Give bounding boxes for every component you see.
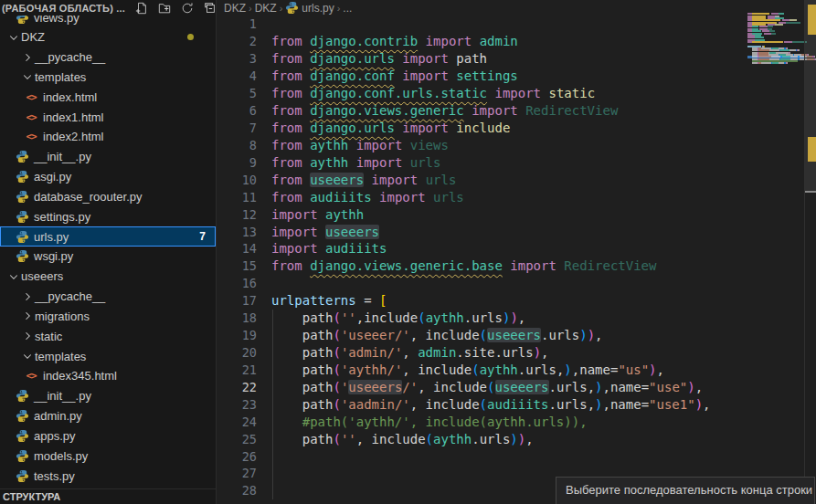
code-line-22[interactable]: 22 path('useeers/', include(useeers.urls… [217,378,816,395]
code-line-20[interactable]: 20 path('admin/', admin.site.urls), [217,344,816,362]
sidebar-item-label: __init__.py [34,150,91,163]
sidebar-item-label: models.py [34,449,88,463]
code-area[interactable]: 12from django.contrib import admin3from … [217,16,816,499]
sidebar-item-label: settings.py [34,210,90,224]
line-content: import useeers [271,225,379,239]
sidebar-item-wsgi-py[interactable]: wsgi.py [0,247,216,267]
sidebar-item-templates[interactable]: templates [0,67,216,87]
code-line-23[interactable]: 23 path('aadmin/', include(audiiits.urls… [217,395,816,413]
eol-tooltip-text: Выберите последовательность конца строки [566,483,812,497]
code-line-15[interactable]: 15from django.views.generic.base import … [217,257,816,275]
sidebar-item-useeers[interactable]: useeers [0,267,216,287]
code-line-14[interactable]: 14import audiiits [217,240,816,257]
sidebar-item-static[interactable]: static [0,326,216,346]
sidebar-item-label: admin.py [34,409,82,423]
sidebar-item-label: static [35,330,62,343]
new-folder-icon[interactable] [157,1,172,16]
code-line-19[interactable]: 19 path('useeer/', include(useeers.urls)… [217,327,816,344]
chevron-down-icon[interactable] [6,30,21,45]
line-number: 5 [217,86,257,100]
chevron-right-icon[interactable] [20,309,35,323]
code-line-7[interactable]: 7from django.urls import include [217,120,816,137]
breadcrumb-item[interactable]: DKZ [255,2,277,15]
line-content: from django.contrib import admin [271,34,518,48]
html-file-icon: <> [24,130,38,144]
line-number: 6 [217,103,257,118]
sidebar-item-models-py[interactable]: models.py [0,446,216,466]
scrollbar-thumb-edge [805,191,816,193]
sidebar-item-label: __pycache__ [35,289,105,303]
chevron-down-icon[interactable] [6,269,21,284]
sidebar-item--init-py[interactable]: __init__.py [0,147,216,167]
chevron-right-icon[interactable] [20,50,35,65]
breadcrumb-item[interactable]: urls.py [285,1,334,15]
code-line-9[interactable]: 9from aythh import urls [217,153,816,171]
code-line-1[interactable]: 1 [217,16,816,33]
code-line-11[interactable]: 11from audiiits import urls [217,188,816,205]
python-file-icon [15,428,29,443]
structure-title: СТРУКТУРА [0,491,60,502]
code-line-6[interactable]: 6from django.views.generic import Redire… [217,102,816,120]
sidebar-item-urls-py[interactable]: urls.py7 [0,226,216,247]
overview-warning-mark [808,137,816,162]
code-line-5[interactable]: 5from django.conf.urls.static import sta… [217,85,816,102]
structure-section-header[interactable]: СТРУКТУРА [0,488,216,504]
chevron-down-icon[interactable] [20,349,35,363]
code-line-8[interactable]: 8from aythh import views [217,136,816,153]
code-line-2[interactable]: 2from django.contrib import admin [217,33,816,50]
sidebar-item-templates[interactable]: templates [0,346,216,366]
sidebar-item-index-html[interactable]: <>index.html [0,87,216,107]
editor-scrollbar[interactable] [805,0,816,504]
html-file-icon: <> [24,89,38,104]
indent-guide [272,327,273,344]
sidebar-item-label: asgi.py [34,170,71,184]
sidebar-item-index345-html[interactable]: <>index345.html [0,366,216,386]
editor-pane[interactable]: DKZ›DKZ›urls.py›... 12from django.contri… [217,0,816,504]
sidebar-item-settings-py[interactable]: settings.py [0,206,216,226]
sidebar-item-label: apps.py [34,429,76,443]
code-line-18[interactable]: 18 path('',include(aythh.urls)), [217,310,816,327]
sidebar-item-apps-py[interactable]: apps.py [0,425,216,446]
sidebar-item-migrations[interactable]: migrations [0,306,216,326]
refresh-icon[interactable] [180,1,195,16]
line-content: urlpatterns = [ [271,293,387,308]
line-number: 10 [217,173,257,187]
line-number: 12 [217,207,257,222]
line-number: 24 [217,415,257,429]
breadcrumb-item[interactable]: DKZ [224,2,246,15]
sidebar-item--pycache-[interactable]: __pycache__ [0,47,216,68]
workspace-section-header[interactable]: (РАБОЧАЯ ОБЛАСТЬ) ... [0,0,216,16]
chevron-right-icon[interactable] [20,329,35,343]
sidebar-item-tests-py[interactable]: tests.py [0,466,216,486]
code-line-24[interactable]: 24 #path('aythh/', include(aythh.urls)), [217,413,816,430]
chevron-down-icon[interactable] [20,69,35,84]
line-content: path('',include(aythh.urls)), [271,310,525,325]
minimap[interactable] [747,11,804,121]
collapse-all-icon[interactable] [203,1,217,16]
code-line-13[interactable]: 13import useeers [217,223,816,240]
sidebar-item-dkz[interactable]: DKZ [0,27,216,47]
sidebar-item-label: index.html [43,90,97,104]
code-line-12[interactable]: 12import aythh [217,205,816,223]
sidebar-item-index1-html[interactable]: <>index1.html [0,107,216,127]
code-line-3[interactable]: 3from django.urls import path [217,50,816,68]
line-number: 21 [217,362,257,377]
sidebar-item-asgi-py[interactable]: asgi.py [0,167,216,187]
sidebar-item-label: useeers [21,269,63,283]
sidebar-item--init-py[interactable]: __init__.py [0,386,216,406]
code-line-26[interactable]: 26 [217,447,816,465]
sidebar-item-index2-html[interactable]: <>index2.html [0,127,216,147]
code-line-16[interactable]: 16 [217,275,816,292]
new-file-icon[interactable] [134,1,149,16]
chevron-right-icon[interactable] [20,289,35,304]
code-line-25[interactable]: 25 path('', include(aythh.urls)), [217,430,816,447]
sidebar-item--pycache-[interactable]: __pycache__ [0,287,216,307]
indent-guide [272,310,273,327]
code-line-10[interactable]: 10from useeers import urls [217,171,816,188]
code-line-17[interactable]: 17urlpatterns = [ [217,292,816,310]
sidebar-item-admin-py[interactable]: admin.py [0,406,216,426]
code-line-21[interactable]: 21 path('aythh/', include(aythh.urls,),n… [217,361,816,378]
code-line-4[interactable]: 4from django.conf import settings [217,68,816,85]
sidebar-item-database-roouter-py[interactable]: database_roouter.py [0,186,216,206]
breadcrumb-item[interactable]: ... [343,2,352,15]
